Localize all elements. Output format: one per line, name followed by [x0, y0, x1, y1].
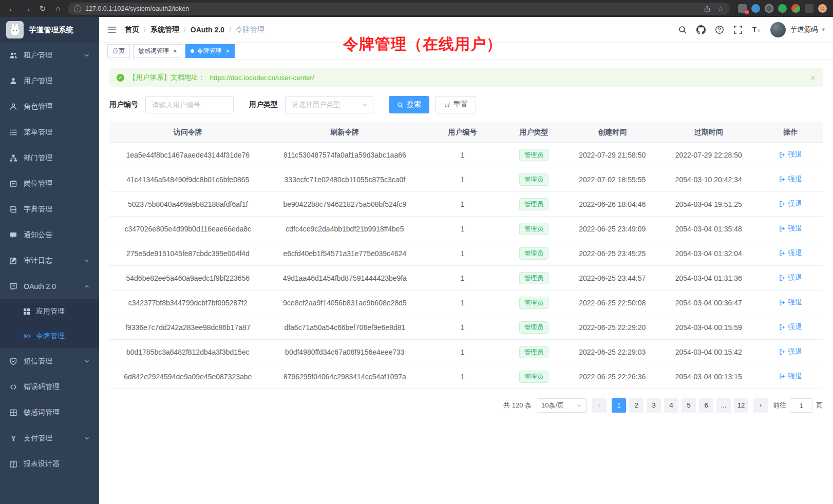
extension-icon[interactable] [805, 4, 813, 13]
user-id-cell: 1 [423, 364, 502, 389]
forward-icon[interactable]: → [22, 5, 33, 12]
logout-icon [779, 324, 786, 331]
page-button[interactable]: 5 [681, 398, 696, 413]
sidebar-item-label: 租户管理 [24, 51, 52, 60]
address-bar[interactable]: i 127.0.0.1:1024/system/oauth2/token ☆ [68, 3, 730, 15]
help-icon[interactable] [715, 25, 724, 34]
force-logout-button[interactable]: 强退 [779, 322, 802, 332]
user-type-label: 用户类型 [249, 100, 278, 109]
tab-label: 令牌管理 [197, 47, 222, 55]
tab[interactable]: 首页 [107, 44, 130, 58]
breadcrumb-item[interactable]: 系统管理 [150, 25, 179, 34]
force-logout-button[interactable]: 强退 [779, 347, 802, 356]
force-logout-button[interactable]: 强退 [779, 224, 802, 233]
table-row: 54d6be82ee5a460a9aedc1f9bf22365649d1aa46… [109, 266, 823, 290]
page-button[interactable]: 4 [664, 398, 678, 413]
breadcrumb: 首页/系统管理/OAuth 2.0/令牌管理 [125, 25, 264, 34]
sidebar-item-label: OAuth 2.0 [24, 282, 56, 290]
sidebar-item[interactable]: OAuth 2.0 [0, 274, 99, 299]
create-time-cell: 2022-07-29 21:58:50 [566, 143, 659, 167]
user-type-tag: 管理员 [519, 223, 549, 235]
extension-icon[interactable] [778, 4, 787, 13]
sidebar-item[interactable]: 审计日志 [0, 248, 99, 274]
prev-page-button[interactable]: ‹ [592, 398, 607, 413]
sidebar-item-label: 支付管理 [24, 434, 52, 443]
close-icon[interactable]: × [226, 48, 230, 54]
extension-icon[interactable] [751, 4, 760, 13]
tab[interactable]: 敏感词管理× [133, 44, 182, 58]
reset-button[interactable]: 重置 [436, 96, 476, 113]
extension-badge-icon[interactable]: 0 [738, 4, 747, 13]
search-button[interactable]: 搜索 [389, 96, 429, 113]
sidebar-item[interactable]: 短信管理 [0, 348, 99, 374]
access-token-cell: 41c41346a548490f9dc8b01c6bfe0865 [109, 167, 267, 192]
force-logout-button[interactable]: 强退 [779, 150, 802, 159]
site-info-icon[interactable]: i [74, 5, 81, 12]
doc-alert: ✓ 【用户体系】文档地址： https://doc.iocoder.cn/use… [109, 68, 823, 87]
sidebar-toggle-icon[interactable] [107, 25, 117, 34]
force-logout-button[interactable]: 强退 [779, 175, 802, 184]
user-id-cell: 1 [423, 217, 502, 241]
profile-avatar[interactable]: ☺ [818, 4, 827, 13]
page-button[interactable]: 6 [699, 398, 713, 413]
user-type-select[interactable]: 请选择用户类型 [285, 96, 373, 113]
active-tab-dot [191, 49, 194, 53]
breadcrumb-item[interactable]: 首页 [125, 25, 139, 34]
fullscreen-icon[interactable] [733, 25, 743, 34]
next-page-button[interactable]: › [753, 398, 768, 413]
extension-icon[interactable] [765, 4, 773, 13]
sidebar-item[interactable]: 部门管理 [0, 145, 99, 171]
pager-more-button[interactable]: ... [716, 398, 731, 413]
page-size-select[interactable]: 10条/页 [537, 398, 587, 413]
github-icon[interactable] [696, 25, 706, 34]
sidebar-item[interactable]: 报表设计器 [0, 451, 99, 477]
share-icon[interactable] [704, 5, 711, 12]
column-header: 操作 [759, 122, 823, 143]
bookmark-star-icon[interactable]: ☆ [717, 5, 724, 13]
table-row: c342377bf8b344799dcbf7bf095287f29ce8ef2a… [109, 290, 823, 315]
force-logout-button[interactable]: 强退 [779, 248, 802, 258]
close-icon[interactable]: × [810, 73, 816, 82]
sidebar-item[interactable]: 菜单管理 [0, 120, 99, 145]
force-logout-button[interactable]: 强退 [779, 199, 802, 208]
doc-link[interactable]: https://doc.iocoder.cn/user-center/ [210, 74, 314, 82]
sidebar-item[interactable]: 错误码管理 [0, 374, 99, 400]
search-icon[interactable] [678, 25, 687, 34]
token-table: 访问令牌刷新令牌用户编号用户类型创建时间过期时间操作 1ea5e44f8bc14… [109, 122, 823, 389]
extension-icon[interactable] [791, 4, 800, 13]
access-token-cell: b0d1785bc3a8482f812db4a3f3bd15ec [109, 340, 267, 364]
user-type-tag: 管理员 [519, 371, 549, 383]
font-size-icon[interactable]: TT [752, 25, 761, 34]
sidebar-item[interactable]: 用户管理 [0, 68, 99, 94]
back-icon[interactable]: ← [6, 5, 17, 12]
sidebar-item[interactable]: 角色管理 [0, 94, 99, 120]
force-logout-button[interactable]: 强退 [779, 372, 802, 381]
user-type-tag: 管理员 [519, 297, 549, 309]
sidebar-subitem[interactable]: 应用管理 [0, 299, 99, 324]
sidebar-item[interactable]: 通知公告 [0, 222, 99, 248]
tab[interactable]: 令牌管理× [185, 44, 235, 58]
reload-icon[interactable]: ↻ [37, 5, 48, 12]
sidebar-item[interactable]: 敏感词管理 [0, 400, 99, 425]
page-button[interactable]: 12 [734, 398, 748, 413]
column-header: 用户类型 [502, 122, 566, 143]
sidebar-item[interactable]: ¥支付管理 [0, 425, 99, 451]
breadcrumb-item[interactable]: OAuth 2.0 [191, 26, 224, 34]
page-button[interactable]: 1 [612, 398, 626, 413]
app-logo[interactable]: 芋道管理系统 [0, 17, 99, 43]
user-menu[interactable]: 芋道源码 ▾ [770, 22, 825, 37]
goto-page-input[interactable] [790, 398, 812, 413]
close-icon[interactable]: × [173, 48, 177, 54]
sidebar-subitem[interactable]: 令牌管理 [0, 324, 99, 348]
user-id-input[interactable] [145, 96, 234, 113]
refresh-token-cell: b0df4980ffd34c67a08f9156e4eee733 [267, 340, 424, 364]
force-logout-button[interactable]: 强退 [779, 298, 802, 307]
page-button[interactable]: 3 [647, 398, 661, 413]
sidebar-item[interactable]: 岗位管理 [0, 171, 99, 197]
sidebar-item[interactable]: 字典管理 [0, 197, 99, 222]
sidebar-item[interactable]: 租户管理 [0, 43, 99, 68]
home-icon[interactable]: ⌂ [52, 5, 64, 12]
force-logout-button[interactable]: 强退 [779, 273, 802, 282]
page-button[interactable]: 2 [629, 398, 643, 413]
logout-icon [779, 250, 786, 257]
